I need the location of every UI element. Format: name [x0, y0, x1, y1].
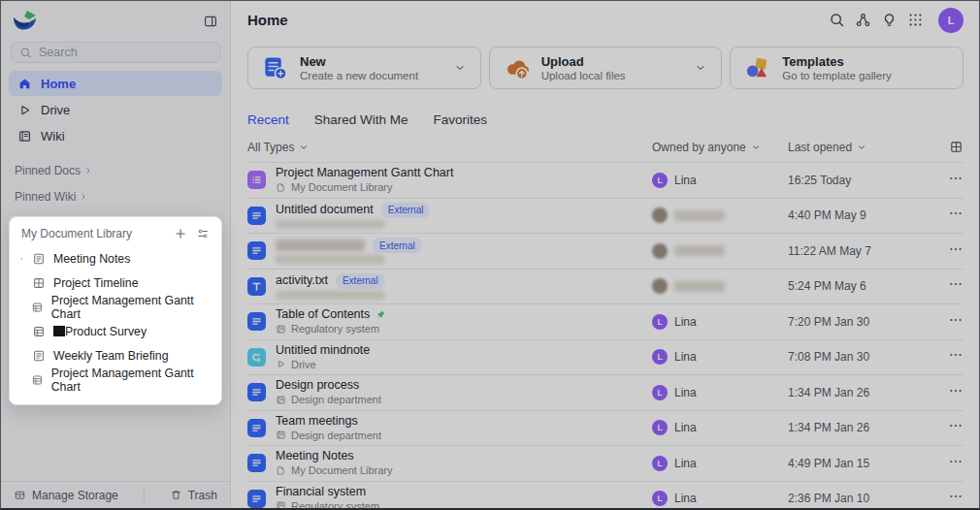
caret-icon	[19, 254, 24, 264]
table-row[interactable]: Team meetings Design department LLina 1:…	[247, 410, 964, 446]
chevron-down-icon[interactable]	[694, 61, 707, 75]
main-area: Home L New Create a new document Upload …	[231, 1, 979, 508]
file-type-icon	[247, 277, 266, 296]
row-more-button[interactable]	[948, 489, 964, 504]
table-row[interactable]: Financial system Regulatory system LLina…	[247, 481, 964, 508]
table-row[interactable]: Design process Design department LLina 1…	[247, 374, 964, 410]
row-more-button[interactable]	[948, 241, 964, 257]
tab-favorites[interactable]: Favorites	[434, 112, 488, 127]
more-icon	[948, 276, 964, 292]
wiki-icon	[276, 324, 286, 335]
last-opened-time: 4:49 PM Jan 15	[788, 457, 924, 470]
library-title: My Document Library	[21, 227, 132, 240]
expand-caret-icon[interactable]	[19, 254, 32, 264]
row-more-button[interactable]	[948, 206, 964, 221]
last-opened-time: 4:40 PM May 9	[788, 208, 924, 222]
view-toggle-button[interactable]	[949, 140, 964, 154]
redacted-owner-name	[674, 281, 725, 292]
manage-storage-button[interactable]: Manage Storage	[14, 489, 118, 502]
library-item[interactable]: Project Timeline	[19, 271, 212, 295]
owner-avatar: L	[652, 420, 668, 435]
search-button[interactable]	[829, 12, 845, 28]
apps-button[interactable]	[907, 12, 924, 28]
app-window: Search Home Drive Wiki Pinned Docs Pinne…	[0, 0, 980, 510]
table-row[interactable]: Meeting Notes My Document Library LLina …	[247, 445, 964, 481]
filter-all-types[interactable]: All Types	[247, 141, 652, 154]
library-settings-button[interactable]	[196, 227, 210, 240]
txt-file-icon	[249, 279, 264, 294]
more-icon	[948, 489, 964, 504]
chevdown-icon	[453, 61, 467, 75]
library-item[interactable]: Meeting Notes	[19, 246, 212, 271]
row-more-button[interactable]	[948, 347, 964, 363]
owner-avatar: L	[652, 173, 668, 188]
more-icon	[948, 312, 964, 328]
section-pinned-docs[interactable]: Pinned Docs	[15, 164, 216, 177]
lightbulb-button[interactable]	[881, 12, 898, 28]
owner-avatar: L	[652, 456, 668, 471]
row-more-button[interactable]	[948, 312, 964, 328]
row-more-button[interactable]	[948, 454, 964, 469]
row-more-button[interactable]	[948, 171, 964, 186]
tab-shared-with-me[interactable]: Shared With Me	[314, 112, 408, 127]
lightbulb-icon	[881, 12, 898, 28]
upload-card[interactable]: Upload Upload local files	[489, 47, 723, 89]
last-opened-time: 1:34 PM Jan 26	[788, 386, 924, 399]
filter-sort[interactable]: Last opened	[788, 141, 924, 154]
card-subtitle: Go to template gallery	[782, 69, 892, 82]
table-row[interactable]: Project Management Gantt Chart My Docume…	[247, 162, 964, 198]
sidebar-item-drive[interactable]: Drive	[9, 97, 222, 122]
page-title: Home	[247, 12, 288, 28]
sidebar-toggle-button[interactable]	[203, 14, 218, 29]
chevron-down-icon	[856, 142, 867, 153]
doc-file-icon	[249, 385, 264, 399]
library-item[interactable]: Weekly Team Briefing	[19, 343, 212, 367]
wiki-icon	[276, 500, 286, 508]
section-pinned-wiki[interactable]: Pinned Wiki	[15, 190, 216, 204]
redacted-location	[276, 255, 384, 264]
storage-icon	[14, 489, 26, 501]
chevron-down-icon[interactable]	[453, 61, 467, 75]
owner-name: Lina	[674, 421, 697, 434]
row-more-button[interactable]	[948, 418, 964, 433]
gantt-file-icon	[249, 173, 264, 187]
doc-file-icon	[249, 314, 264, 329]
search-input[interactable]: Search	[11, 42, 220, 63]
user-avatar[interactable]: L	[938, 8, 964, 33]
tablefile-icon	[31, 301, 44, 314]
library-add-button[interactable]	[174, 227, 187, 240]
filter-all-types-label: All Types	[247, 141, 294, 154]
apps-icon	[907, 12, 924, 28]
filter-owner-label: Owned by anyone	[652, 141, 746, 154]
table-row[interactable]: Table of Contents Regulatory system LLin…	[247, 303, 964, 339]
share-button[interactable]	[855, 12, 871, 28]
section-label: Pinned Wiki	[15, 190, 76, 204]
new-card[interactable]: New Create a new document	[247, 47, 481, 89]
document-location: Design department	[291, 394, 381, 405]
last-opened-time: 11:22 AM May 7	[788, 244, 924, 258]
owner-avatar: L	[652, 314, 668, 330]
row-more-button[interactable]	[948, 383, 964, 398]
templates-card[interactable]: Templates Go to template gallery	[730, 47, 964, 89]
row-more-button[interactable]	[948, 276, 964, 292]
filter-owner[interactable]: Owned by anyone	[652, 141, 788, 154]
table-row[interactable]: activity.txtExternal 5:24 PM May 6	[247, 269, 964, 304]
plus-icon	[174, 227, 187, 240]
file-type-icon	[247, 419, 266, 437]
tab-recent[interactable]: Recent	[247, 112, 289, 127]
sidebar-footer: Manage Storage Trash	[1, 481, 230, 508]
library-item[interactable]: Project Management Gantt Chart	[19, 367, 212, 392]
external-badge: External	[381, 203, 431, 218]
last-opened-time: 2:36 PM Jan 10	[788, 492, 924, 505]
trash-button[interactable]: Trash	[170, 489, 217, 502]
library-item[interactable]: Product Survey	[19, 319, 212, 343]
library-item-label: Weekly Team Briefing	[53, 349, 168, 363]
table-row[interactable]: Untitled mindnote Drive LLina 7:08 PM Ja…	[247, 339, 964, 375]
library-item[interactable]: Project Management Gantt Chart	[19, 295, 212, 319]
sidebar-item-wiki[interactable]: Wiki	[9, 123, 222, 148]
table-row[interactable]: Untitled documentExternal 4:40 PM May 9	[247, 198, 964, 234]
table-row[interactable]: External 11:22 AM May 7	[247, 233, 964, 269]
panel-toggle-icon	[203, 14, 218, 29]
chevdown-icon	[694, 61, 707, 75]
sidebar-item-home[interactable]: Home	[9, 71, 222, 96]
